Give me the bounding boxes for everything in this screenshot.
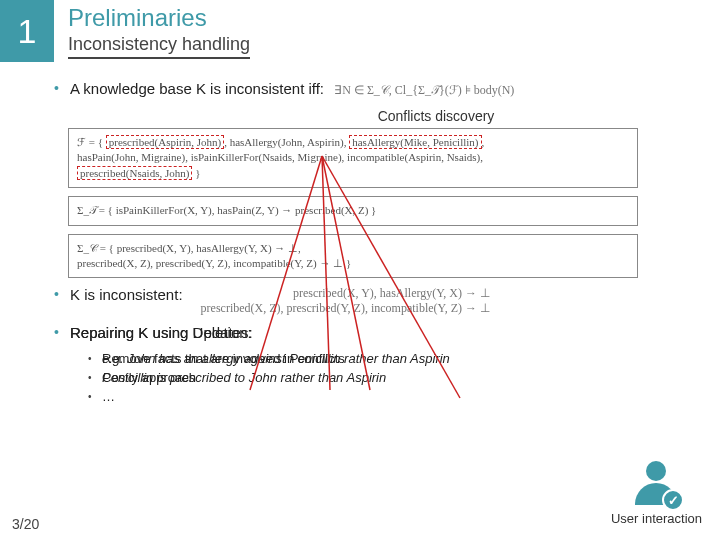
bullet-repairing: Repairing K using Deletion: Repairing K … bbox=[54, 324, 678, 341]
slide-header: 1 Preliminaries Inconsistency handling bbox=[0, 0, 720, 62]
sigma-c-line2: prescribed(X, Z), prescribed(Y, Z), inco… bbox=[77, 256, 629, 271]
page-title: Preliminaries bbox=[68, 4, 250, 32]
checkmark-icon: ✓ bbox=[662, 489, 684, 511]
formula-iff: ∃N ∈ Σ_𝒞, Cl_{Σ_𝒯}(ℱ) ⊧ body(N) bbox=[334, 83, 514, 97]
highlight-prescribed-nsaids-john: prescribed(Nsaids, John) bbox=[77, 166, 192, 180]
bullet-k-is-inconsistent: K is inconsistent: bbox=[54, 286, 183, 303]
repair-label-overlap: Repairing K using Deletion: Repairing K … bbox=[70, 324, 252, 341]
highlight-prescribed-aspirin-john: prescribed(Aspirin, John) bbox=[106, 135, 224, 149]
inconsistent-formulas: prescribed(X, Y), hasAllergy(Y, X) → ⊥ p… bbox=[201, 286, 490, 316]
bullet-text: A knowledge base K is inconsistent iff: bbox=[70, 80, 324, 97]
sub3-text: … bbox=[102, 389, 115, 404]
slide-content: A knowledge base K is inconsistent iff: … bbox=[0, 62, 720, 404]
facts-line2: hasPain(John, Migraine), isPainKillerFor… bbox=[77, 150, 629, 165]
page-counter: 3/20 bbox=[12, 516, 39, 532]
highlight-allergy-mike-penicillin: hasAllergy(Mike, Penicillin) bbox=[349, 135, 481, 149]
sub2-a: Costly approach bbox=[102, 370, 196, 385]
repair-label-updates: Repairing K using Updates: bbox=[70, 324, 253, 341]
bullet-text: K is inconsistent: bbox=[70, 286, 183, 303]
sigma-t-line: Σ_𝒯 = { isPainKillerFor(X, Y), hasPain(Z… bbox=[77, 203, 629, 218]
sub-bullet-2: Penicillin is prescribed to John rather … bbox=[88, 370, 678, 385]
box-facts: ℱ = { prescribed(Aspirin, John), hasAlle… bbox=[68, 128, 638, 188]
facts-line3: prescribed(Nsaids, John) } bbox=[77, 166, 629, 181]
user-interaction-label: User interaction bbox=[611, 511, 702, 526]
box-sigma-t: Σ_𝒯 = { isPainKillerFor(X, Y), hasPain(Z… bbox=[68, 196, 638, 225]
conflicts-discovery-label: Conflicts discovery bbox=[194, 108, 678, 124]
user-check-icon: ✓ bbox=[632, 461, 680, 509]
sub1-a: Remove facts that are involved in confli… bbox=[102, 351, 345, 366]
sub-bullet-3: … bbox=[88, 389, 678, 404]
slide-number-badge: 1 bbox=[0, 0, 54, 62]
formula-line1: prescribed(X, Y), hasAllergy(Y, X) → ⊥ bbox=[201, 286, 490, 301]
facts-line1: ℱ = { prescribed(Aspirin, John), hasAlle… bbox=[77, 135, 629, 150]
sub-bullet-list: e.g. John has an allergy against Penicil… bbox=[88, 351, 678, 404]
title-block: Preliminaries Inconsistency handling bbox=[54, 0, 264, 62]
formula-line2: prescribed(X, Z), prescribed(Y, Z), inco… bbox=[201, 301, 490, 316]
box-sigma-c: Σ_𝒞 = { prescribed(X, Y), hasAllergy(Y, … bbox=[68, 234, 638, 279]
user-interaction-block: ✓ User interaction bbox=[611, 461, 702, 526]
bullet-inconsistent-iff: A knowledge base K is inconsistent iff: … bbox=[54, 80, 678, 98]
page-subtitle: Inconsistency handling bbox=[68, 34, 250, 59]
sub-bullet-1: e.g. John has an allergy against Penicil… bbox=[88, 351, 678, 366]
sub1-overlap: e.g. John has an allergy against Penicil… bbox=[102, 351, 450, 366]
sigma-c-line1: Σ_𝒞 = { prescribed(X, Y), hasAllergy(Y, … bbox=[77, 241, 629, 256]
sub2-overlap: Penicillin is prescribed to John rather … bbox=[102, 370, 386, 385]
